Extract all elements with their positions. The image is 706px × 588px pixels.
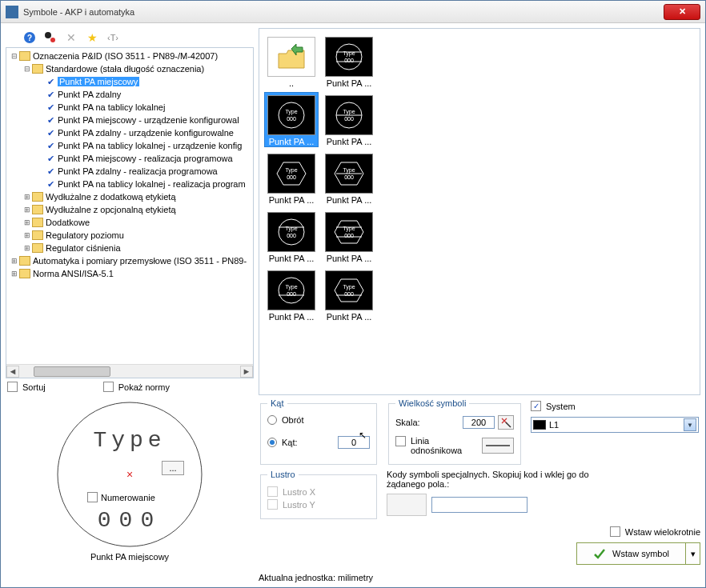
tree-folder-standardowe[interactable]: ⊟Standardowe (stała długość oznaczenia) [6, 62, 253, 75]
symbol-tree[interactable]: ⊟Oznaczenia P&ID (ISO 3511 - PN89-/M-420… [6, 47, 254, 378]
lustro-y-label: Lustro Y [283, 500, 315, 510]
svg-text:Type: Type [285, 226, 297, 232]
kat-radio[interactable] [267, 438, 277, 447]
wstaw-symbol-label: Wstaw symbol [612, 549, 669, 558]
wstaw-symbol-button[interactable]: Wstaw symbol ▾ [576, 542, 700, 565]
lustro-legend: Lustro [267, 470, 299, 479]
numerowanie-label: Numerowanie [101, 493, 155, 502]
thumb-caption: Punkt PA ... [323, 312, 375, 322]
tree-h-scrollbar[interactable]: ◄ ► [6, 364, 253, 378]
thumb-item[interactable]: Type000Punkt PA ... [322, 209, 376, 264]
skala-input[interactable] [463, 416, 495, 429]
preview-text-top: Type [93, 428, 166, 453]
tree-item[interactable]: ✔Punkt PA zdalny [6, 88, 253, 101]
wielkosc-group: Wielkość symboli Skala: L [388, 398, 521, 465]
lustro-x-checkbox [267, 486, 278, 497]
kat-legend: Kąt [267, 398, 287, 408]
svg-text:Type: Type [285, 109, 297, 115]
thumb-item[interactable]: Type000Punkt PA ... [322, 150, 376, 206]
thumb-item[interactable]: Type000Punkt PA ... [264, 267, 319, 322]
tree-item[interactable]: ✔Punkt PA miejscowy - urządzenie konfigu… [6, 114, 253, 126]
svg-point-23 [279, 219, 304, 245]
thumb-item[interactable]: Type000Punkt PA ... [322, 34, 376, 89]
thumb-caption: Punkt PA ... [323, 254, 375, 263]
tree-item[interactable]: ✔Punkt PA na tablicy lokalnej - urządzen… [6, 139, 253, 152]
preview-ellipsis-button[interactable]: ... [162, 461, 184, 475]
text-icon[interactable]: ‹T› [106, 31, 119, 44]
system-select[interactable]: L1 ▼ [531, 417, 699, 433]
tree-item[interactable]: ✔Punkt PA miejscowy [6, 75, 253, 88]
skala-pick-button[interactable] [498, 415, 514, 430]
wstaw-wielokrotnie-label: Wstaw wielokrotnie [625, 527, 700, 537]
svg-point-2 [45, 32, 51, 38]
cursor-icon: ↖ [359, 430, 367, 441]
svg-marker-27 [335, 221, 363, 243]
linia-style-button[interactable] [482, 438, 514, 454]
svg-text:×: × [126, 468, 133, 481]
tree-item[interactable]: ✔Punkt PA miejscowy - realizacja program… [6, 152, 253, 165]
tree-folder[interactable]: ⊞Norma ANSI/ISA-5.1 [6, 267, 253, 280]
favorite-icon[interactable]: ★ [86, 31, 98, 44]
wstaw-symbol-dropdown[interactable]: ▾ [685, 543, 700, 564]
kat-label: Kąt: [282, 438, 298, 447]
kody-preview [387, 494, 427, 516]
svg-text:Type: Type [343, 226, 355, 232]
kody-field[interactable] [431, 497, 527, 513]
preview-text-bottom: 000 [98, 508, 162, 533]
options-icon[interactable] [44, 31, 57, 44]
wielkosc-legend: Wielkość symboli [395, 398, 469, 408]
tree-folder[interactable]: ⊞Automatyka i pomiary przemysłowe (ISO 3… [6, 254, 253, 267]
help-icon[interactable]: ? [23, 31, 36, 44]
tree-folder-root[interactable]: ⊟Oznaczenia P&ID (ISO 3511 - PN89-/M-420… [6, 50, 253, 62]
tree-folder[interactable]: ⊞Regulatory poziomu [6, 229, 253, 242]
thumb-item[interactable]: Type000Punkt PA ... [264, 150, 319, 206]
svg-text:000: 000 [287, 233, 296, 238]
linia-label: Linia odnośnikowa [411, 436, 475, 455]
tree-item[interactable]: ✔Punkt PA zdalny - realizacja programowa [6, 165, 253, 178]
close-button[interactable]: ✕ [664, 4, 700, 20]
tree-folder[interactable]: ⊞Regulator ciśnienia [6, 242, 253, 254]
wstaw-wielokrotnie-checkbox[interactable] [610, 526, 620, 537]
svg-point-3 [50, 38, 55, 42]
svg-text:000: 000 [287, 116, 296, 122]
thumbnail-panel[interactable]: ..Type000Punkt PA ...Type000Punkt PA ...… [259, 28, 700, 395]
tree-folder[interactable]: ⊞Wydłużalne z dodatkową etykietą [6, 190, 253, 203]
pokaz-normy-checkbox[interactable] [103, 382, 114, 392]
svg-text:Type: Type [343, 167, 355, 174]
scrollbar-thumb[interactable] [34, 366, 110, 377]
thumb-item[interactable]: Type000Punkt PA ... [264, 209, 319, 264]
thumb-up-folder[interactable]: .. [264, 34, 319, 89]
chevron-down-icon[interactable]: ▼ [684, 418, 696, 431]
pokaz-normy-label: Pokaż normy [118, 382, 170, 392]
sortuj-checkbox[interactable] [7, 382, 18, 392]
svg-marker-16 [277, 162, 306, 185]
tree-item[interactable]: ✔Punkt PA na tablicy lokalnej [6, 101, 253, 114]
svg-text:Type: Type [285, 167, 297, 174]
tree-item[interactable]: ✔Punkt PA na tablicy lokalnej - realizac… [6, 178, 253, 190]
thumb-caption: Punkt PA ... [323, 195, 375, 205]
color-swatch [533, 420, 546, 430]
tree-folder[interactable]: ⊞Dodatkowe [6, 216, 253, 229]
lustro-x-label: Lustro X [283, 487, 315, 497]
check-icon [593, 547, 606, 560]
svg-text:000: 000 [287, 291, 296, 297]
delete-icon[interactable]: ✕ [65, 31, 78, 44]
tree-item[interactable]: ✔Punkt PA zdalny - urządzenie konfigurow… [6, 126, 253, 139]
tree-folder[interactable]: ⊞Wydłużalne z opcjonalną etykietą [6, 203, 253, 216]
svg-text:Type: Type [343, 50, 355, 57]
linia-checkbox[interactable] [395, 436, 406, 446]
lustro-group: Lustro Lustro X Lustro Y [260, 470, 377, 519]
system-checkbox[interactable] [531, 401, 541, 411]
numerowanie-checkbox[interactable] [87, 492, 98, 502]
symbol-preview: Type × 000 ... Numerowanie [34, 398, 226, 550]
thumb-caption: Punkt PA ... [265, 137, 318, 146]
thumb-caption: Punkt PA ... [323, 78, 375, 88]
svg-text:Type: Type [285, 284, 297, 290]
svg-text:000: 000 [344, 291, 354, 297]
obrot-label: Obrót [282, 415, 304, 425]
obrot-radio[interactable] [267, 415, 277, 425]
svg-text:000: 000 [287, 174, 296, 180]
thumb-item[interactable]: Type000Punkt PA ... [322, 267, 376, 322]
thumb-item[interactable]: Type000Punkt PA ... [264, 92, 319, 147]
thumb-item[interactable]: Type000Punkt PA ... [322, 92, 376, 147]
